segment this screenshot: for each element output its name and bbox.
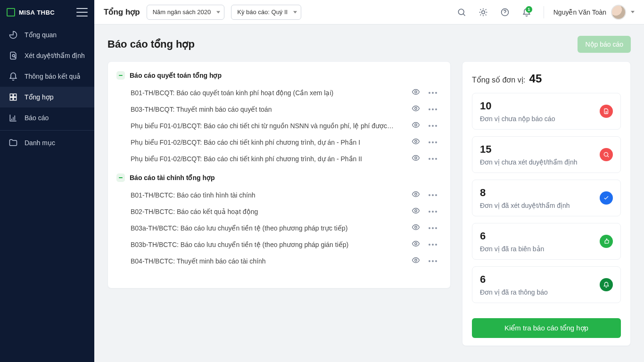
thumb-icon [600,235,613,248]
user-menu[interactable]: Nguyễn Văn Toàn [553,5,635,20]
chevron-down-icon [216,11,220,13]
report-item[interactable]: B03b-TH/BCTC: Báo cáo lưu chuyển tiền tệ… [116,236,442,253]
more-button[interactable] [429,125,437,127]
report-item[interactable]: B02-TH/BCTC: Báo cáo kết quả hoạt động [116,203,442,220]
chevron-down-icon [631,11,635,13]
stat-label: Đơn vị đã xét duyệt/thẩm định [480,202,570,209]
preview-button[interactable] [412,239,420,249]
chart-icon [8,113,18,123]
stat-label: Đơn vị chưa nộp báo cáo [480,115,555,123]
stat-card[interactable]: 8 Đơn vị đã xét duyệt/thẩm định [472,180,621,216]
report-item[interactable]: B03a-TH/BCTC: Báo cáo lưu chuyển tiền tệ… [116,220,442,236]
sidebar-item-doc-search[interactable]: Xét duyệt/thẩm định [0,45,94,66]
app-logo[interactable]: MISA THBC [7,8,55,16]
page-title-row: Báo cáo tổng hợp Nộp báo cáo [107,36,631,53]
report-item-label: Phụ biểu F01-01/BCQT: Báo cáo chi tiết c… [131,122,395,130]
more-button[interactable] [429,260,437,262]
report-item[interactable]: Phụ biểu F01-01/BCQT: Báo cáo chi tiết c… [116,117,442,134]
preview-button[interactable] [412,104,420,114]
more-button[interactable] [429,244,437,246]
content: Báo cáo tổng hợp Nộp báo cáo Báo cáo quy… [94,25,644,362]
search-icon [600,148,613,161]
notification-badge: 1 [526,6,532,13]
preview-button[interactable] [412,223,420,233]
logo-icon [7,8,15,16]
topbar: Tổng hợp Năm ngân sách 2020 Kỳ báo cáo: … [94,0,644,25]
help-button[interactable] [497,5,512,20]
more-button[interactable] [429,227,437,229]
preview-button[interactable] [412,190,420,200]
report-item-label: B01-TH/BCQT: Báo cáo quyết toán kinh phí… [131,89,333,97]
menu-toggle-icon[interactable] [76,8,88,16]
search-button[interactable] [454,5,469,20]
main: Tổng hợp Năm ngân sách 2020 Kỳ báo cáo: … [94,0,644,362]
more-button[interactable] [429,108,437,110]
stat-card[interactable]: 6 Đơn vị đã ra biên bản [472,223,621,260]
more-button[interactable] [429,211,437,213]
sidebar-header: MISA THBC [0,0,94,25]
sidebar-item-bell[interactable]: Thông báo kết quả [0,66,94,87]
report-item[interactable]: B01-TH/BCTC: Báo cáo tình hình tài chính [116,187,442,203]
stat-number: 8 [480,187,570,199]
report-item-label: B02-TH/BCTC: Báo cáo kết quả hoạt động [131,208,258,215]
report-item[interactable]: B04-TH/BCTC: Thuyết minh báo cáo tài chí… [116,253,442,269]
nav-label: Xét duyệt/thẩm định [25,52,85,59]
budget-year-select[interactable]: Năm ngân sách 2020 [147,5,225,20]
preview-button[interactable] [412,121,420,131]
preview-button[interactable] [412,256,420,266]
preview-button[interactable] [412,88,420,98]
pie-icon [8,30,18,40]
more-button[interactable] [429,92,437,94]
user-name: Nguyễn Văn Toàn [553,8,606,16]
sidebar-item-grid[interactable]: Tổng hợp [0,87,94,107]
nav-label: Tổng hợp [25,93,54,101]
stat-label: Đơn vị đã ra thông báo [480,288,548,296]
more-button[interactable] [429,158,437,160]
report-item-label: B03a-TH/BCTC: Báo cáo lưu chuyển tiền tệ… [131,224,347,232]
more-button[interactable] [429,194,437,196]
collapse-toggle[interactable] [116,173,125,182]
verify-report-button[interactable]: Kiểm tra báo cáo tổng hợp [472,318,621,338]
app-name: MISA THBC [19,9,55,16]
stat-card[interactable]: 6 Đơn vị đã ra thông báo [472,266,621,303]
stat-number: 15 [480,143,578,156]
folder-icon [8,138,18,148]
stat-card[interactable]: 15 Đơn vị chưa xét duyệt/thẩm định [472,136,621,173]
preview-button[interactable] [412,137,420,147]
reports-panel: Báo cáo quyết toán tổng hợp B01-TH/BCQT:… [107,61,451,288]
report-item[interactable]: Phụ biểu F01-02/BCQT: Báo cáo chi tiết k… [116,150,442,167]
sidebar-item-pie[interactable]: Tổng quan [0,25,94,45]
more-button[interactable] [429,141,437,143]
preview-button[interactable] [412,206,420,216]
stat-number: 6 [480,273,548,286]
bell-icon [600,278,613,291]
report-item[interactable]: B03-TH/BCQT: Thuyết minh báo cáo quyết t… [116,101,442,117]
report-item-label: B03b-TH/BCTC: Báo cáo lưu chuyển tiền tệ… [131,241,348,248]
report-item[interactable]: B01-TH/BCQT: Báo cáo quyết toán kinh phí… [116,84,442,101]
notifications-button[interactable]: 1 [519,5,534,20]
sidebar-item-chart[interactable]: Báo cáo [0,107,94,128]
avatar [611,5,626,20]
bell-icon [8,72,18,81]
report-group: Báo cáo tài chính tổng hợp B01-TH/BCTC: … [116,173,442,269]
report-item-label: B01-TH/BCTC: Báo cáo tình hình tài chính [131,191,256,199]
settings-button[interactable] [476,5,491,20]
report-item-label: B04-TH/BCTC: Thuyết minh báo cáo tài chí… [131,257,266,265]
grid-icon [8,92,18,102]
report-item-label: B03-TH/BCQT: Thuyết minh báo cáo quyết t… [131,106,272,113]
summary-panel: Tổng số đơn vị: 45 10 Đơn vị chưa nộp bá… [462,61,631,346]
period-select[interactable]: Kỳ báo cáo: Quý II [231,5,301,20]
topbar-title: Tổng hợp [104,7,140,17]
submit-report-button[interactable]: Nộp báo cáo [578,36,631,53]
report-item[interactable]: Phụ biểu F01-02/BCQT: Báo cáo chi tiết k… [116,134,442,150]
chevron-down-icon [293,11,297,13]
stat-label: Đơn vị đã ra biên bản [480,245,544,253]
sidebar-item-folder[interactable]: Danh mục [0,132,94,153]
stat-card[interactable]: 10 Đơn vị chưa nộp báo cáo [472,93,621,130]
nav-label: Danh mục [25,139,55,147]
collapse-toggle[interactable] [116,71,125,80]
stat-number: 10 [480,100,555,112]
nav-label: Thông báo kết quả [25,73,81,80]
preview-button[interactable] [412,154,420,164]
group-title: Báo cáo quyết toán tổng hợp [130,72,222,79]
